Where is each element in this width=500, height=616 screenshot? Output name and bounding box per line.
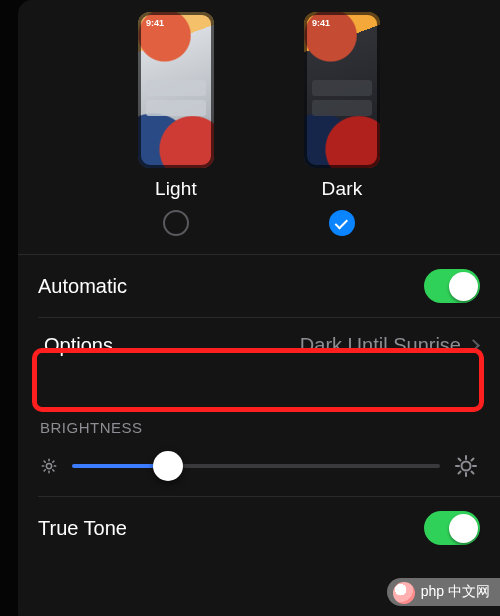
brightness-slider-thumb[interactable] bbox=[153, 451, 183, 481]
appearance-label-dark: Dark bbox=[322, 178, 363, 200]
svg-line-7 bbox=[44, 470, 45, 471]
watermark-text: php 中文网 bbox=[421, 583, 490, 601]
svg-line-16 bbox=[459, 472, 461, 474]
brightness-slider[interactable] bbox=[72, 464, 440, 468]
schedule-label: Options bbox=[44, 334, 113, 357]
automatic-toggle[interactable] bbox=[424, 269, 480, 303]
brightness-slider-row bbox=[18, 444, 500, 496]
phone-preview-dark: 9:41 bbox=[304, 12, 380, 168]
schedule-value: Dark Until Sunrise bbox=[300, 334, 461, 357]
true-tone-toggle[interactable] bbox=[424, 511, 480, 545]
appearance-option-light[interactable]: 9:41 Light bbox=[138, 12, 214, 236]
appearance-label-light: Light bbox=[155, 178, 197, 200]
automatic-row: Automatic bbox=[18, 255, 500, 317]
true-tone-row: True Tone bbox=[18, 497, 500, 559]
schedule-options-row[interactable]: Options Dark Until Sunrise bbox=[18, 318, 500, 373]
svg-point-0 bbox=[46, 463, 51, 468]
radio-dark[interactable] bbox=[329, 210, 355, 236]
sun-large-icon bbox=[454, 454, 478, 478]
svg-line-14 bbox=[459, 459, 461, 461]
svg-line-8 bbox=[53, 461, 54, 462]
true-tone-label: True Tone bbox=[38, 517, 127, 540]
appearance-selector: 9:41 Light 9:41 Dark bbox=[18, 12, 500, 254]
svg-line-5 bbox=[44, 461, 45, 462]
settings-panel: 9:41 Light 9:41 Dark Automatic Options D… bbox=[18, 0, 500, 616]
preview-time: 9:41 bbox=[146, 18, 164, 28]
automatic-label: Automatic bbox=[38, 275, 127, 298]
watermark: php 中文网 bbox=[387, 578, 500, 606]
svg-line-6 bbox=[53, 470, 54, 471]
svg-point-9 bbox=[462, 462, 471, 471]
sun-small-icon bbox=[40, 457, 58, 475]
svg-line-17 bbox=[472, 459, 474, 461]
appearance-option-dark[interactable]: 9:41 Dark bbox=[304, 12, 380, 236]
brightness-section-header: BRIGHTNESS bbox=[18, 373, 500, 444]
svg-line-15 bbox=[472, 472, 474, 474]
preview-time: 9:41 bbox=[312, 18, 330, 28]
phone-preview-light: 9:41 bbox=[138, 12, 214, 168]
chevron-right-icon bbox=[467, 339, 480, 352]
radio-light[interactable] bbox=[163, 210, 189, 236]
